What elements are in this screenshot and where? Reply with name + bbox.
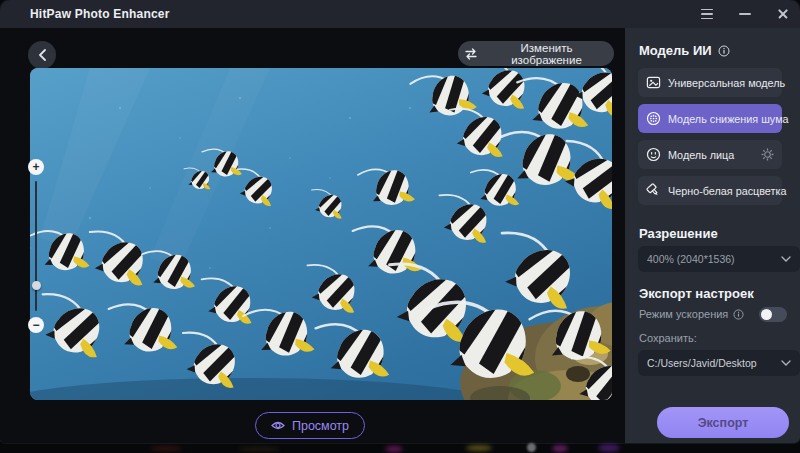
main-area: Изменить изображение — [0, 28, 625, 443]
menu-icon[interactable] — [700, 7, 714, 21]
photo-canvas — [30, 68, 612, 400]
save-path-value: C:/Users/Javid/Desktop — [647, 357, 775, 369]
desktop-artifact — [150, 446, 182, 451]
app-window: HitPaw Photo Enhancer Изменить изображен… — [0, 0, 800, 443]
image-icon — [646, 75, 661, 90]
zoom-slider-handle[interactable] — [32, 281, 41, 290]
app-title: HitPaw Photo Enhancer — [30, 7, 170, 21]
save-path-select[interactable]: C:/Users/Javid/Desktop — [638, 350, 800, 376]
back-button[interactable] — [28, 41, 56, 69]
paint-brush-icon — [646, 183, 661, 198]
zoom-out-button[interactable]: − — [28, 317, 44, 333]
export-button[interactable]: Экспорт — [657, 407, 789, 438]
model-face-button[interactable]: Модель лица — [638, 140, 782, 169]
swap-icon — [464, 48, 478, 60]
model-denoise-button[interactable]: Модель снижения шума — [638, 104, 782, 133]
zoom-control: + − — [28, 159, 44, 333]
info-icon[interactable] — [733, 309, 744, 320]
export-settings-heading: Экспорт настроек — [639, 286, 754, 301]
desktop-artifact — [598, 444, 620, 452]
model-universal-label: Универсальная модель — [668, 77, 785, 89]
titlebar[interactable]: HitPaw Photo Enhancer — [0, 0, 800, 28]
sidebar: Модель ИИ Универсальная модель — [625, 28, 800, 443]
minimize-button[interactable] — [738, 7, 752, 21]
desktop-artifact — [238, 447, 280, 451]
preview-button[interactable]: Просмотр — [255, 412, 365, 439]
toggle-knob — [761, 309, 772, 320]
model-bw-colorize-label: Черно-белая расцветка — [668, 185, 786, 197]
desktop-artifact — [466, 445, 492, 451]
desktop-artifact — [552, 445, 568, 452]
model-face-label: Модель лица — [668, 149, 754, 161]
face-icon — [646, 147, 661, 162]
desktop-artifact — [385, 446, 403, 452]
close-button[interactable] — [776, 7, 790, 21]
zoom-slider-track[interactable] — [35, 181, 37, 311]
noise-reduction-icon — [646, 111, 661, 126]
model-universal-button[interactable]: Универсальная модель — [638, 68, 782, 97]
model-bw-colorize-button[interactable]: Черно-белая расцветка — [638, 176, 782, 205]
underwater-photo — [30, 68, 612, 400]
eye-icon — [271, 420, 285, 431]
gear-icon[interactable] — [761, 148, 774, 161]
zoom-in-button[interactable]: + — [28, 159, 44, 175]
chevron-down-icon — [781, 256, 791, 262]
acceleration-label: Режим ускорения — [639, 308, 728, 320]
desktop-artifact — [527, 443, 536, 452]
chevron-left-icon — [38, 49, 47, 61]
ai-model-heading: Модель ИИ — [639, 43, 730, 58]
acceleration-toggle[interactable] — [759, 307, 787, 322]
save-label: Сохранить: — [639, 332, 697, 344]
acceleration-row: Режим ускорения — [639, 308, 787, 320]
info-icon[interactable] — [718, 45, 730, 57]
resolution-value: 400% (2040*1536) — [647, 253, 775, 265]
change-image-button[interactable]: Изменить изображение — [458, 41, 614, 66]
preview-label: Просмотр — [292, 419, 349, 433]
resolution-heading: Разрешение — [639, 226, 718, 241]
resolution-select[interactable]: 400% (2040*1536) — [638, 246, 800, 272]
window-controls — [700, 0, 790, 28]
model-denoise-label: Модель снижения шума — [668, 113, 789, 125]
chevron-down-icon — [781, 360, 791, 366]
change-image-label: Изменить изображение — [485, 42, 608, 66]
